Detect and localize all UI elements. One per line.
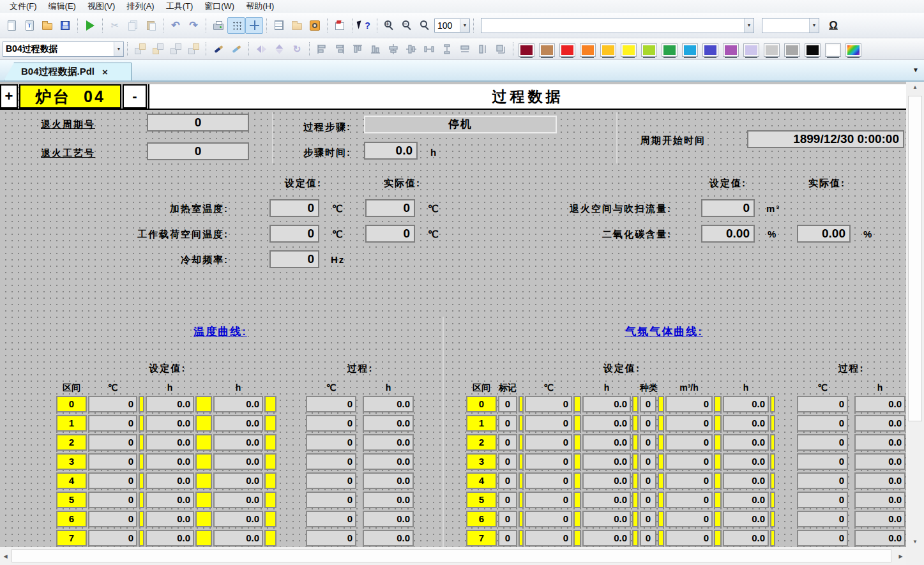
cooling-freq-sp-field[interactable]: 0 [269, 250, 319, 268]
menu-view[interactable]: 视图(V) [82, 0, 121, 13]
flow-sp-field[interactable]: 0 [665, 472, 713, 489]
color-swatch[interactable] [580, 44, 595, 56]
settings-button[interactable] [306, 17, 324, 34]
furnace-number-display[interactable]: 炉台 04 [19, 84, 121, 109]
furnace-plus-button[interactable]: + [0, 84, 18, 109]
zone-cell[interactable]: 7 [466, 530, 497, 546]
temp-sp-field[interactable]: 0 [88, 472, 137, 489]
purge-flow-sp-field[interactable]: 0 [701, 199, 755, 217]
co2-sp-field[interactable]: 0.00 [701, 225, 755, 243]
heating-temp-pv-field[interactable]: 0 [365, 199, 415, 217]
color-swatch[interactable] [642, 44, 656, 56]
hold-time-sp-field[interactable]: 0.0 [146, 511, 194, 527]
temp-sp-field[interactable]: 0 [88, 415, 137, 432]
distribute-horizontal-button[interactable] [420, 41, 438, 57]
co2-pv-field[interactable]: 0.00 [797, 225, 851, 243]
menu-help[interactable]: 帮助(H) [240, 0, 280, 13]
color-swatch[interactable] [662, 44, 677, 56]
workload-temp-sp-field[interactable]: 0 [269, 225, 319, 243]
vertical-scrollbar-thumb[interactable] [908, 96, 922, 421]
time-sp-field[interactable]: 0.0 [582, 472, 631, 489]
save-button[interactable] [56, 17, 74, 34]
zone-cell[interactable]: 2 [56, 434, 87, 451]
temp-sp-field[interactable]: 0 [88, 453, 137, 470]
distribute-vertical-button[interactable] [438, 41, 456, 57]
menu-arrange[interactable]: 排列(A) [121, 0, 160, 13]
color-swatch[interactable] [723, 44, 738, 56]
custom-color-swatch[interactable] [846, 44, 861, 56]
menu-file[interactable]: 文件(F) [4, 0, 43, 13]
scroll-up-icon[interactable]: ▲ [906, 82, 924, 93]
chevron-down-icon[interactable]: ▼ [744, 19, 754, 33]
zone-cell[interactable]: 0 [466, 396, 497, 412]
mark-field[interactable]: 0 [498, 396, 517, 412]
flow-sp-field[interactable]: 0 [665, 453, 713, 470]
gas-curve-link[interactable]: 气氛气体曲线: [600, 324, 728, 339]
send-to-back-button[interactable] [149, 41, 167, 57]
color-swatch[interactable] [764, 44, 779, 56]
same-size-button[interactable] [492, 41, 510, 57]
temp-sp-field[interactable]: 0 [525, 396, 572, 412]
hold-time-sp-field[interactable]: 0.0 [146, 492, 194, 508]
color-swatch[interactable] [601, 44, 616, 56]
undo-button[interactable]: ↶ [167, 17, 185, 34]
gas-kind-field[interactable]: 0 [640, 453, 656, 470]
new-document-button[interactable] [3, 17, 20, 34]
chevron-down-icon[interactable]: ▼ [460, 19, 469, 32]
hold-time-sp-field[interactable]: 0.0 [146, 415, 194, 432]
paste-button[interactable] [142, 17, 160, 34]
time2-sp-field[interactable]: 0.0 [723, 530, 769, 546]
zone-cell[interactable]: 6 [466, 511, 497, 527]
flow-sp-field[interactable]: 0 [665, 492, 713, 508]
time-sp-field[interactable]: 0.0 [582, 492, 631, 508]
time2-sp-field[interactable]: 0.0 [723, 396, 769, 412]
temp-sp-field[interactable]: 0 [525, 453, 572, 470]
align-left-button[interactable] [313, 41, 331, 57]
ramp-time-sp-field[interactable]: 0.0 [213, 472, 263, 489]
vertical-scrollbar[interactable]: ▲ ▼ [906, 82, 924, 547]
print-button[interactable] [209, 17, 227, 34]
copy-button[interactable] [124, 17, 142, 34]
flow-sp-field[interactable]: 0 [665, 511, 713, 527]
ramp-time-sp-field[interactable]: 0.0 [213, 415, 263, 432]
color-swatch[interactable] [683, 44, 697, 56]
zoom-region-button[interactable] [416, 17, 434, 34]
zone-cell[interactable]: 5 [466, 492, 497, 508]
gas-kind-field[interactable]: 0 [640, 396, 656, 412]
bring-forward-button[interactable] [167, 41, 185, 57]
scroll-left-icon[interactable]: ◀ [0, 547, 11, 565]
open-picture-button[interactable] [288, 17, 306, 34]
snap-toggle-button[interactable] [245, 17, 263, 34]
run-button[interactable] [81, 17, 99, 34]
zone-cell[interactable]: 2 [466, 434, 497, 451]
mark-field[interactable]: 0 [498, 434, 517, 451]
font-combo[interactable]: ▼ [481, 18, 754, 33]
time2-sp-field[interactable]: 0.0 [723, 415, 769, 432]
gas-kind-field[interactable]: 0 [640, 434, 656, 451]
heating-temp-sp-field[interactable]: 0 [269, 199, 319, 217]
time-sp-field[interactable]: 0.0 [582, 453, 631, 470]
send-backward-button[interactable] [185, 41, 202, 57]
time2-sp-field[interactable]: 0.0 [723, 472, 769, 489]
mark-field[interactable]: 0 [498, 472, 517, 489]
flow-sp-field[interactable]: 0 [665, 415, 713, 432]
temp-sp-field[interactable]: 0 [88, 396, 137, 412]
chevron-down-icon[interactable]: ▼ [809, 19, 819, 33]
scroll-right-icon[interactable]: ▶ [895, 547, 906, 565]
gas-kind-field[interactable]: 0 [640, 415, 656, 432]
same-width-button[interactable] [456, 41, 474, 57]
color-swatch[interactable] [785, 44, 799, 56]
horizontal-scrollbar[interactable]: ◀ ▶ [0, 547, 906, 565]
time2-sp-field[interactable]: 0.0 [723, 492, 769, 508]
chevron-down-icon[interactable]: ▼ [114, 42, 123, 56]
new-template-button[interactable]: T [20, 17, 38, 34]
zoom-in-button[interactable]: + [381, 17, 398, 34]
cycle-start-field[interactable]: 1899/12/30 0:00:00 [747, 130, 904, 148]
unlink-tag-button[interactable] [227, 41, 245, 57]
gas-kind-field[interactable]: 0 [640, 492, 656, 508]
hold-time-sp-field[interactable]: 0.0 [146, 434, 194, 451]
zone-cell[interactable]: 4 [56, 472, 87, 489]
time-sp-field[interactable]: 0.0 [582, 530, 631, 546]
same-height-button[interactable] [474, 41, 492, 57]
link-tag-button[interactable] [209, 41, 227, 57]
